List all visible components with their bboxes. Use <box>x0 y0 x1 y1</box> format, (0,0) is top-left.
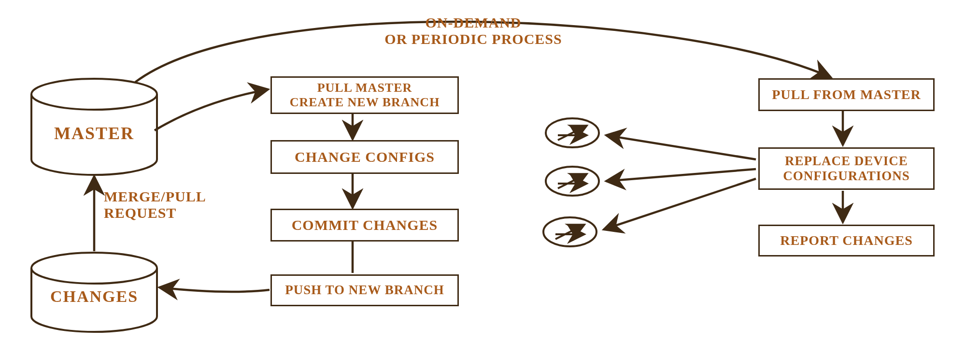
master-db-label: MASTER <box>34 123 155 143</box>
step-replace-device-config: REPLACE DEVICE CONFIGURATIONS <box>758 147 935 190</box>
step-report-changes: REPORT CHANGES <box>758 225 935 256</box>
step-change-configs: CHANGE CONFIGS <box>270 140 459 174</box>
device-icon <box>546 118 599 147</box>
svg-point-1 <box>31 253 157 284</box>
process-label: ON-DEMAND OR PERIODIC PROCESS <box>357 14 589 47</box>
step-pull-from-master: PULL FROM MASTER <box>758 78 935 111</box>
device-icon <box>546 167 599 196</box>
step-pull-master: PULL MASTER CREATE NEW BRANCH <box>270 76 459 114</box>
device-icon <box>543 217 597 246</box>
changes-db-label: CHANGES <box>34 287 155 306</box>
merge-pull-label: MERGE/PULL REQUEST <box>104 188 206 221</box>
step-push-branch: PUSH TO NEW BRANCH <box>270 274 459 306</box>
svg-point-0 <box>31 79 157 110</box>
step-commit-changes: COMMIT CHANGES <box>270 209 459 242</box>
